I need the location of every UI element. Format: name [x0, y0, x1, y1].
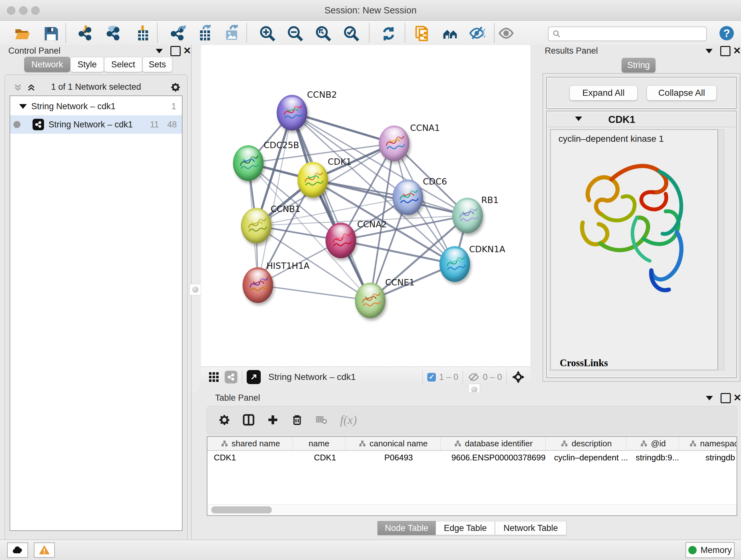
column-header-name[interactable]: name	[293, 437, 345, 450]
birds-eye-grid-icon[interactable]	[207, 371, 220, 383]
edge-CCNB2-HIST1H1A[interactable]	[258, 113, 292, 285]
cell-name[interactable]: CDK1	[299, 451, 351, 464]
export-table-icon[interactable]	[195, 24, 213, 43]
panel-float-icon[interactable]	[721, 393, 731, 403]
table-row[interactable]: CDK1CDK1P064939606.ENSP00000378699cyclin…	[207, 451, 737, 464]
eye-slash-icon[interactable]	[468, 24, 486, 43]
cdk1-section-header[interactable]: CDK1	[548, 112, 735, 127]
tab-style[interactable]: Style	[70, 57, 104, 72]
tab-network[interactable]: Network	[24, 57, 70, 72]
cytoscape-window: Session: New Session ? Control Panel ✕ N…	[0, 0, 741, 560]
node-CCNE1[interactable]	[355, 283, 386, 318]
table-hscrollbar[interactable]	[207, 504, 737, 515]
expand-all-button[interactable]: Expand All	[569, 85, 637, 101]
tab-node-table[interactable]: Node Table	[378, 521, 435, 535]
column-header-shared-name[interactable]: shared name	[207, 437, 293, 450]
trash-icon[interactable]	[287, 410, 307, 429]
node-CDK1[interactable]	[297, 162, 328, 198]
column-header-database-identifier[interactable]: database identifier	[441, 437, 546, 450]
node-CCNA2[interactable]	[326, 223, 356, 258]
cell--id[interactable]: stringdb:9...	[631, 451, 684, 464]
column-header-namespace[interactable]: namespace	[679, 437, 737, 450]
node-CDC6[interactable]	[393, 179, 423, 215]
cell-canonical-name[interactable]: P06493	[351, 451, 446, 464]
panel-float-icon[interactable]	[171, 46, 181, 56]
node-CDC25B[interactable]	[233, 145, 264, 181]
cell-shared-name[interactable]: CDK1	[207, 451, 299, 464]
left-splitter[interactable]	[192, 45, 201, 393]
left-splitter-handle[interactable]	[190, 284, 201, 295]
panel-close-icon[interactable]: ✕	[733, 45, 741, 56]
string-results-box: Expand All Collapse All CDK1 cyclin–depe…	[542, 73, 740, 382]
edge-CCNA2-CDKN1A[interactable]	[341, 240, 455, 264]
expand-collapse-bar: Expand All Collapse All	[546, 77, 737, 109]
panel-menu-icon[interactable]	[156, 49, 163, 53]
fit-selected-crosshair-icon[interactable]	[511, 370, 525, 384]
panel-close-icon[interactable]: ✕	[183, 45, 191, 56]
search-box[interactable]	[548, 26, 707, 41]
zoom-fit-icon[interactable]	[314, 24, 332, 43]
panel-menu-icon[interactable]	[705, 49, 713, 53]
results-scrollbar[interactable]	[718, 129, 724, 370]
open-folder-icon[interactable]	[13, 24, 31, 43]
cell-description[interactable]: cyclin–dependent ...	[551, 451, 631, 464]
main-toolbar: ?	[0, 21, 741, 45]
column-header-canonical-name[interactable]: canonical name	[345, 437, 441, 450]
save-floppy-icon[interactable]	[42, 24, 60, 43]
panel-float-icon[interactable]	[720, 46, 731, 56]
panel-menu-icon[interactable]	[706, 396, 713, 400]
gear-icon[interactable]	[215, 410, 234, 429]
cloud-button[interactable]	[7, 543, 28, 558]
memory-button[interactable]: Memory	[685, 542, 735, 558]
tab-string[interactable]: String	[622, 58, 656, 72]
node-label-CDC6: CDC6	[423, 177, 447, 186]
network-row[interactable]: String Network – cdk1 11 48	[10, 115, 182, 134]
houses-icon[interactable]	[441, 24, 459, 43]
collection-expand-icon[interactable]	[19, 104, 27, 109]
refresh-icon[interactable]	[379, 24, 397, 43]
node-RB1[interactable]	[452, 198, 483, 233]
node-CDKN1A[interactable]	[440, 246, 470, 282]
collapse-all-button[interactable]: Collapse All	[647, 85, 717, 101]
node-CCNB1[interactable]	[241, 208, 272, 244]
search-input[interactable]	[563, 29, 706, 39]
cell-namespace[interactable]: stringdb	[684, 451, 737, 464]
hidden-eye-slash-icon[interactable]	[468, 371, 480, 383]
column-header-description[interactable]: description	[546, 437, 626, 450]
string-badge-icon[interactable]	[225, 371, 238, 383]
tab-sets[interactable]: Sets	[142, 57, 172, 72]
tab-select[interactable]: Select	[104, 57, 142, 72]
zoom-in-icon[interactable]	[258, 24, 276, 43]
tab-network-table[interactable]: Network Table	[495, 521, 566, 535]
duplicate-network-icon[interactable]	[413, 24, 431, 43]
import-network-icon[interactable]	[76, 24, 94, 43]
node-HIST1H1A[interactable]	[243, 267, 273, 303]
column-header--id[interactable]: @id	[626, 437, 679, 450]
zoom-selected-icon[interactable]	[342, 24, 360, 43]
control-panel: Control Panel ✕ NetworkStyleSelectSets 1…	[0, 45, 192, 540]
edge-HIST1H1A-CCNE1[interactable]	[258, 285, 370, 300]
zoom-out-icon[interactable]	[286, 24, 304, 43]
network-collection-row[interactable]: String Network – cdk1 1	[10, 98, 182, 115]
export-image-icon[interactable]	[222, 24, 240, 43]
help-icon[interactable]: ?	[718, 24, 736, 43]
panel-close-icon[interactable]: ✕	[733, 392, 741, 403]
node-CCNB2[interactable]	[277, 95, 307, 131]
network-canvas[interactable]: CCNB2 CCNA1 CDC25B CDK1	[201, 45, 530, 367]
table-hscrollbar-thumb[interactable]	[211, 506, 272, 513]
gear-icon[interactable]	[170, 81, 181, 93]
tab-edge-table[interactable]: Edge Table	[435, 521, 495, 535]
node-CCNA1[interactable]	[379, 125, 409, 161]
import-database-icon[interactable]	[104, 24, 123, 43]
import-table-icon[interactable]	[133, 24, 151, 43]
eye-icon[interactable]	[497, 24, 515, 43]
cell-database-identifier[interactable]: 9606.ENSP00000378699	[446, 451, 551, 464]
bottom-splitter[interactable]	[198, 387, 741, 392]
section-collapse-icon[interactable]	[575, 117, 582, 121]
warnings-button[interactable]	[34, 543, 55, 558]
selected-checkbox-icon[interactable]: ✓	[427, 373, 436, 381]
add-column-plus-icon[interactable]	[263, 410, 282, 429]
export-network-icon[interactable]	[168, 24, 187, 43]
open-in-window-icon[interactable]	[247, 370, 261, 384]
show-columns-icon[interactable]	[239, 410, 258, 429]
